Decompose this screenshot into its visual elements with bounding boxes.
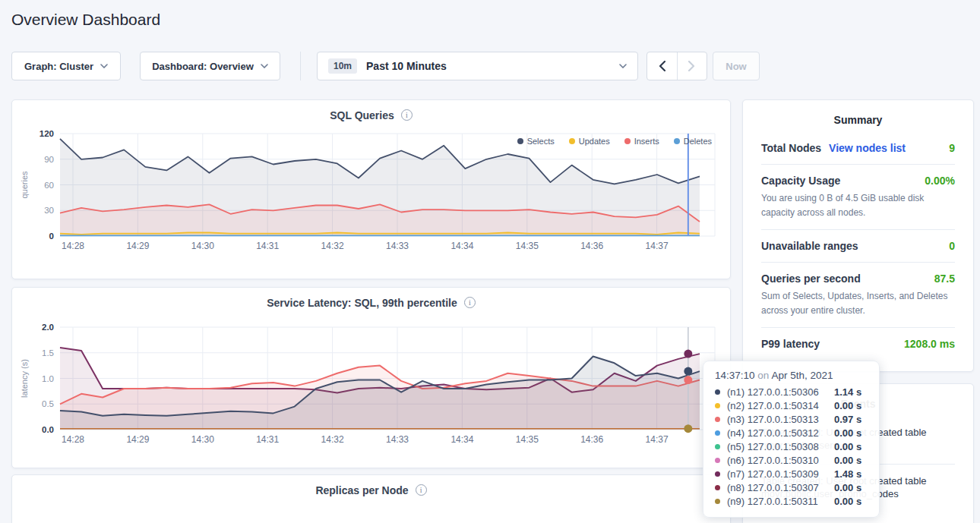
svg-text:1.5: 1.5	[42, 348, 54, 358]
legend-label: Deletes	[684, 137, 712, 146]
summary-label: Total Nodes	[761, 142, 821, 154]
node-color-dot-icon	[715, 499, 720, 504]
svg-text:14:28: 14:28	[62, 434, 84, 445]
svg-text:120: 120	[40, 129, 54, 138]
tooltip-row: (n7) 127.0.0.1:50309 1.48 s	[715, 467, 868, 480]
view-nodes-link[interactable]: View nodes list	[829, 142, 906, 154]
svg-text:14:31: 14:31	[256, 434, 279, 445]
tooltip-node-label: (n2) 127.0.0.1:50314	[727, 400, 834, 411]
time-range-badge: 10m	[328, 58, 357, 74]
tooltip-node-label: (n9) 127.0.0.1:50311	[727, 496, 834, 507]
info-icon[interactable]: i	[464, 297, 476, 308]
tooltip-row: (n8) 127.0.0.1:50307 0.00 s	[715, 480, 868, 494]
chevron-right-icon	[688, 61, 695, 71]
graph-dropdown[interactable]: Graph: Cluster	[11, 52, 121, 80]
summary-value: 87.5	[934, 273, 955, 285]
graph-dropdown-label: Graph: Cluster	[24, 61, 93, 72]
svg-text:queries: queries	[20, 171, 29, 199]
legend-dot-icon	[674, 138, 680, 144]
time-step-buttons	[646, 52, 707, 80]
svg-text:0.5: 0.5	[42, 399, 54, 408]
legend-label: Updates	[579, 137, 610, 146]
svg-text:14:36: 14:36	[580, 241, 603, 251]
tooltip-node-value: 0.97 s	[834, 414, 861, 425]
tooltip-row: (n6) 127.0.0.1:50310 0.00 s	[715, 453, 868, 467]
svg-text:14:36: 14:36	[580, 434, 603, 445]
node-color-dot-icon	[715, 485, 720, 490]
summary-title: Summary	[761, 100, 955, 132]
summary-description: Sum of Selects, Updates, Inserts, and De…	[761, 289, 955, 317]
tooltip-row: (n9) 127.0.0.1:50311 0.00 s	[715, 494, 868, 508]
node-color-dot-icon	[715, 403, 720, 408]
summary-row: Capacity Usage 0.00% You are using 0 B o…	[761, 165, 955, 230]
svg-text:14:33: 14:33	[386, 241, 409, 251]
chart-hover-tooltip: 14:37:10 on Apr 5th, 2021 (n1) 127.0.0.1…	[703, 361, 880, 518]
tooltip-node-label: (n5) 127.0.0.1:50308	[727, 441, 834, 452]
tooltip-node-value: 1.14 s	[834, 386, 861, 398]
svg-text:14:29: 14:29	[126, 241, 149, 251]
tooltip-row: (n2) 127.0.0.1:50314 0.00 s	[715, 399, 868, 412]
chart-title: Service Latency: SQL, 99th percentile	[267, 297, 457, 309]
summary-value: 0.00%	[925, 175, 955, 187]
toolbar-divider	[300, 52, 301, 80]
info-icon[interactable]: i	[416, 484, 427, 496]
chevron-down-icon	[261, 64, 268, 68]
tooltip-node-value: 0.00 s	[834, 482, 861, 493]
summary-value: 1208.0 ms	[904, 338, 955, 350]
legend-item: Deletes	[674, 137, 712, 146]
tooltip-timestamp: 14:37:10 on Apr 5th, 2021	[715, 370, 868, 381]
tooltip-rows: (n1) 127.0.0.1:50306 1.14 s (n2) 127.0.0…	[715, 385, 868, 508]
svg-text:latency (s): latency (s)	[20, 359, 29, 398]
service-latency-chart[interactable]: 0.00.51.01.52.014:2814:2914:3014:3114:32…	[12, 318, 732, 455]
tooltip-node-label: (n3) 127.0.0.1:50313	[727, 414, 834, 425]
chart-title: SQL Queries	[330, 109, 394, 121]
node-color-dot-icon	[715, 444, 720, 449]
overview-dashboard-page: Overview Dashboard Graph: Cluster Dashbo…	[0, 0, 980, 523]
node-color-dot-icon	[715, 458, 720, 463]
dashboard-dropdown-label: Dashboard: Overview	[152, 61, 254, 72]
tooltip-node-value: 0.00 s	[834, 427, 861, 439]
svg-text:14:35: 14:35	[516, 241, 539, 251]
svg-text:14:30: 14:30	[191, 434, 214, 445]
legend-label: Selects	[527, 137, 555, 146]
svg-text:14:28: 14:28	[62, 241, 84, 251]
chart-legend: Selects Updates Inserts Deletes	[517, 137, 712, 146]
time-forward-button-disabled[interactable]	[677, 52, 707, 80]
now-button-disabled[interactable]: Now	[713, 52, 760, 80]
svg-text:14:32: 14:32	[321, 434, 344, 445]
summary-row: Total Nodes View nodes list 9	[761, 132, 955, 165]
summary-label: Queries per second	[761, 273, 861, 285]
legend-dot-icon	[624, 138, 631, 144]
svg-text:14:30: 14:30	[191, 241, 214, 251]
svg-text:14:34: 14:34	[450, 241, 473, 251]
svg-text:60: 60	[44, 181, 54, 190]
sql-queries-card: SQL Queries i Selects Updates Inserts	[11, 99, 731, 279]
tooltip-date: Apr 5th, 2021	[771, 370, 833, 381]
summary-label: Unavailable ranges	[761, 240, 858, 252]
chart-title: Replicas per Node	[315, 484, 408, 496]
time-range-dropdown[interactable]: 10m Past 10 Minutes	[317, 52, 638, 80]
svg-text:30: 30	[44, 206, 54, 215]
svg-text:0.0: 0.0	[42, 425, 54, 434]
summary-value: 9	[949, 142, 955, 154]
info-icon[interactable]: i	[401, 109, 413, 121]
tooltip-node-label: (n1) 127.0.0.1:50306	[727, 386, 834, 398]
legend-item: Updates	[569, 137, 610, 146]
summary-label: P99 latency	[761, 338, 820, 350]
page-title: Overview Dashboard	[11, 11, 160, 29]
legend-item: Selects	[517, 137, 555, 146]
summary-row: Queries per second 87.5 Sum of Selects, …	[761, 263, 955, 328]
summary-rows: Total Nodes View nodes list 9 Capacity U…	[761, 132, 955, 360]
node-color-dot-icon	[715, 389, 720, 395]
time-back-button[interactable]	[647, 52, 677, 80]
svg-text:90: 90	[44, 155, 54, 164]
summary-description: You are using 0 B of 4.5 GiB usable disk…	[761, 191, 955, 219]
node-color-dot-icon	[715, 417, 720, 422]
tooltip-time: 14:37:10	[715, 370, 755, 381]
summary-row: Unavailable ranges 0	[761, 230, 955, 263]
service-latency-card: Service Latency: SQL, 99th percentile i …	[11, 287, 731, 468]
dashboard-dropdown[interactable]: Dashboard: Overview	[140, 52, 280, 80]
tooltip-node-value: 0.00 s	[834, 496, 861, 507]
svg-text:1.0: 1.0	[42, 374, 54, 383]
svg-text:14:32: 14:32	[321, 241, 344, 251]
